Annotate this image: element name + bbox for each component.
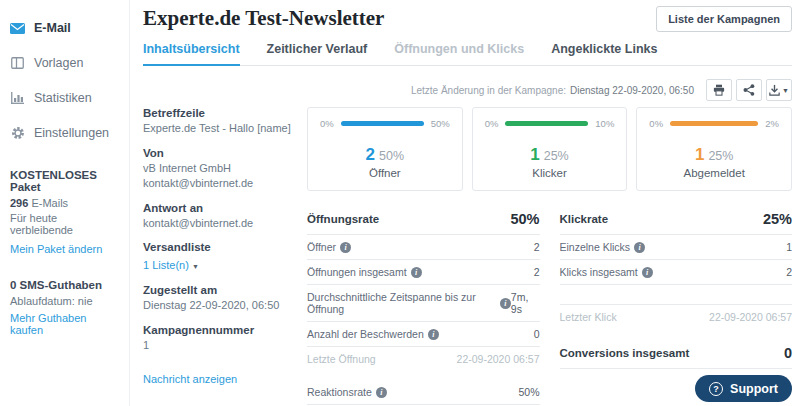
- print-button[interactable]: [706, 79, 732, 101]
- tab-inhaltsuebersicht[interactable]: Inhaltsübersicht: [143, 36, 240, 66]
- package-emails: 296 E-Mails: [10, 197, 119, 209]
- info-icon[interactable]: i: [500, 298, 511, 309]
- sidebar-item-label: Einstellungen: [34, 126, 109, 140]
- gauge-bar: [505, 121, 588, 126]
- table-row: Öffnungen insgesamti 2: [307, 260, 540, 285]
- tab-zeitlicher-verlauf[interactable]: Zeitlicher Verlauf: [267, 36, 368, 66]
- row-label: Letzter Klick: [560, 311, 617, 323]
- gauge-label: Abgemeldet: [649, 167, 779, 179]
- sidebar-item-statistiken[interactable]: Statistiken: [10, 84, 119, 112]
- table-row: Klicks insgesamti 2: [560, 260, 793, 285]
- campaign-number-label: Kampagnennummer: [143, 324, 297, 336]
- info-icon[interactable]: i: [411, 267, 422, 278]
- gauge-min: 0%: [485, 118, 499, 129]
- row-label: Letzte Öffnung: [307, 353, 376, 365]
- sms-title: 0 SMS-Guthaben: [10, 279, 119, 291]
- main-content: Experte.de Test-Newsletter Liste der Kam…: [130, 0, 800, 406]
- gauge-label: Klicker: [485, 167, 615, 179]
- package-section: KOSTENLOSES Paket 296 E-Mails Für heute …: [10, 169, 119, 257]
- gear-icon: [10, 127, 25, 140]
- reply-to-label: Antwort an: [143, 202, 297, 214]
- row-label: Reaktionsrate: [307, 386, 372, 398]
- package-remaining: Für heute verbleibende: [10, 212, 119, 236]
- content-area: Betreffzeile Experte.de Test - Hallo [na…: [143, 107, 792, 406]
- from-name: vB Internet GmbH: [143, 161, 297, 176]
- from-label: Von: [143, 147, 297, 159]
- gauge-card-abgemeldet: 0% 2% 125% Abgemeldet: [636, 107, 792, 191]
- row-value: 50%: [518, 386, 539, 398]
- row-value: 22-09-2020 06:57: [457, 353, 540, 365]
- table-row: Durchschnittliche Zeitspanne bis zur Öff…: [307, 285, 540, 322]
- sidebar-item-einstellungen[interactable]: Einstellungen: [10, 119, 119, 147]
- share-button[interactable]: [736, 79, 762, 101]
- row-label: Öffner: [307, 241, 336, 253]
- bar-chart-icon: [10, 92, 25, 105]
- last-change-label: Letzte Änderung in der Kampagne:: [411, 85, 566, 96]
- gauge-count: 1: [530, 145, 539, 164]
- sms-expiry: Ablaufdatum: nie: [10, 295, 119, 307]
- info-icon[interactable]: i: [340, 242, 351, 253]
- campaign-info-column: Betreffzeile Experte.de Test - Hallo [na…: [143, 107, 307, 406]
- share-icon: [743, 84, 755, 96]
- templates-icon: [10, 57, 25, 70]
- info-icon[interactable]: i: [634, 242, 645, 253]
- row-value: 7m, 9s: [511, 291, 540, 315]
- campaign-list-button[interactable]: Liste der Kampagnen: [656, 6, 792, 32]
- table-row: Klickrate 25%: [560, 204, 793, 235]
- campaign-number-value: 1: [143, 338, 297, 353]
- mail-icon: [10, 22, 25, 35]
- change-package-link[interactable]: Mein Paket ändern: [10, 243, 102, 255]
- show-message-link[interactable]: Nachricht anzeigen: [143, 373, 237, 385]
- row-value: 2: [534, 241, 540, 253]
- gauge-count: 2: [366, 145, 375, 164]
- last-change-value: Dienstag 22-09-2020, 06:50: [570, 85, 694, 96]
- package-count: 296: [10, 197, 28, 209]
- click-rate-title: Klickrate: [560, 213, 609, 225]
- info-icon[interactable]: i: [376, 387, 387, 398]
- sidebar: E-Mail Vorlagen Statistiken Einstellunge…: [0, 0, 130, 406]
- delivered-value: Dienstag 22-09-2020, 06:50: [143, 298, 297, 313]
- open-rate-value: 50%: [510, 211, 539, 227]
- table-row: Anzahl der Beschwerdeni 0: [307, 322, 540, 347]
- info-icon[interactable]: i: [428, 329, 439, 340]
- sidebar-item-vorlagen[interactable]: Vorlagen: [10, 49, 119, 77]
- gauge-cards: 0% 50% 250% Öffner 0% 10%: [307, 107, 792, 191]
- sms-section: 0 SMS-Guthaben Ablaufdatum: nie Mehr Gut…: [10, 279, 119, 338]
- table-row: Öffneri 2: [307, 235, 540, 260]
- table-spacer: [560, 285, 793, 305]
- support-button[interactable]: ? Support: [695, 375, 792, 402]
- download-button[interactable]: ▼: [766, 79, 792, 101]
- conversions-value: 0: [784, 345, 792, 361]
- tab-angeklickte-links[interactable]: Angeklickte Links: [551, 36, 657, 66]
- table-row: Einzelne Klicksi 1: [560, 235, 793, 260]
- row-value: 22-09-2020 06:57: [709, 311, 792, 323]
- gauge-bar: [341, 121, 424, 126]
- gauge-max: 10%: [595, 118, 614, 129]
- info-icon[interactable]: i: [642, 267, 653, 278]
- row-label: Anzahl der Beschwerden: [307, 328, 424, 340]
- table-row: Letzter Klick 22-09-2020 06:57: [560, 305, 793, 329]
- open-rate-table: Öffnungsrate 50% Öffneri 2 Öffnungen ins…: [307, 204, 540, 406]
- chevron-down-icon: ▼: [782, 87, 789, 94]
- sidebar-item-email[interactable]: E-Mail: [10, 14, 119, 42]
- row-value: 2: [534, 266, 540, 278]
- mailing-list-link[interactable]: 1 Liste(n) ▼: [143, 259, 199, 271]
- from-email: kontakt@vbinternet.de: [143, 176, 297, 191]
- buy-credit-link[interactable]: Mehr Guthaben kaufen: [10, 312, 119, 336]
- row-label: Einzelne Klicks: [560, 241, 631, 253]
- page-title: Experte.de Test-Newsletter: [143, 6, 384, 31]
- row-label: Klicks insgesamt: [560, 266, 638, 278]
- gauge-max: 50%: [431, 118, 450, 129]
- delivered-label: Zugestellt am: [143, 284, 297, 296]
- open-rate-title: Öffnungsrate: [307, 213, 379, 225]
- reply-to-email: kontakt@vbinternet.de: [143, 216, 297, 231]
- tab-oeffnungen-und-klicks[interactable]: Öffnungen und Klicks: [394, 36, 524, 66]
- gauge-min: 0%: [320, 118, 334, 129]
- meta-row: Letzte Änderung in der Kampagne: Diensta…: [143, 79, 792, 101]
- table-row: Conversions insgesamt 0: [560, 338, 793, 369]
- click-rate-value: 25%: [763, 211, 792, 227]
- stats-column: 0% 50% 250% Öffner 0% 10%: [307, 107, 792, 406]
- row-value: 0: [534, 328, 540, 340]
- support-label: Support: [730, 382, 778, 396]
- gauge-label: Öffner: [320, 167, 450, 179]
